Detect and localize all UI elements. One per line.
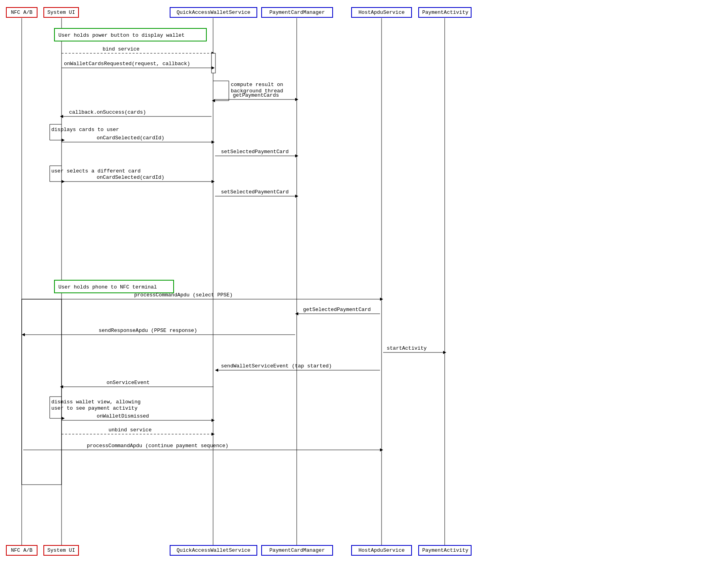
actor-nfc-bottom: NFC A/B (6, 545, 37, 556)
svg-marker-19 (295, 98, 298, 101)
svg-text:User holds phone to NFC termin: User holds phone to NFC terminal (58, 284, 157, 290)
svg-text:User holds power button to dis: User holds power button to display walle… (58, 32, 185, 38)
svg-marker-27 (211, 140, 215, 144)
svg-text:onServiceEvent: onServiceEvent (107, 380, 150, 386)
svg-marker-32 (62, 180, 65, 183)
svg-rect-11 (211, 53, 215, 73)
svg-marker-13 (211, 66, 215, 69)
svg-text:onWalletDismissed: onWalletDismissed (97, 413, 149, 419)
actor-paymentcard-bottom: PaymentCardManager (261, 545, 333, 556)
svg-text:user selects a different card: user selects a different card (51, 168, 140, 174)
actor-systemui-top: System UI (43, 7, 79, 18)
actor-nfc-top: NFC A/B (6, 7, 37, 18)
actor-paymentcard-top: PaymentCardManager (261, 7, 333, 18)
actor-hostapdu-bottom: HostApduService (351, 545, 412, 556)
actor-hostapdu-top: HostApduService (351, 7, 412, 18)
svg-marker-38 (295, 195, 298, 198)
svg-text:unbind service: unbind service (109, 427, 152, 433)
svg-text:compute result on: compute result on (231, 82, 283, 88)
svg-marker-68 (211, 433, 215, 436)
svg-rect-40 (54, 280, 174, 293)
svg-rect-6 (54, 28, 206, 41)
svg-text:onWalletCardsRequested(request: onWalletCardsRequested(request, callback… (64, 61, 190, 67)
svg-text:bind service: bind service (103, 46, 140, 52)
svg-marker-59 (60, 385, 63, 388)
svg-marker-53 (443, 351, 446, 354)
svg-rect-45 (22, 299, 62, 485)
svg-marker-47 (295, 312, 298, 315)
svg-marker-9 (211, 52, 215, 55)
sequence-diagram: User holds power button to display walle… (0, 0, 728, 562)
svg-marker-43 (380, 298, 383, 301)
actor-quickaccess-top: QuickAccessWalletService (170, 7, 257, 18)
svg-text:sendWalletServiceEvent (tap st: sendWalletServiceEvent (tap started) (221, 363, 332, 369)
actor-paymentactivity-bottom: PaymentActivity (418, 545, 472, 556)
svg-text:setSelectedPaymentCard: setSelectedPaymentCard (221, 189, 289, 195)
svg-marker-71 (380, 448, 383, 451)
actor-paymentactivity-top: PaymentActivity (418, 7, 472, 18)
svg-text:background thread: background thread (231, 88, 283, 94)
svg-text:getPaymentCards: getPaymentCards (233, 92, 279, 98)
actor-quickaccess-bottom: QuickAccessWalletService (170, 545, 257, 556)
svg-marker-30 (295, 154, 298, 157)
svg-text:user to see payment activity: user to see payment activity (51, 405, 138, 411)
actor-systemui-bottom: System UI (43, 545, 79, 556)
svg-text:callback.onSuccess(cards): callback.onSuccess(cards) (69, 109, 146, 115)
svg-text:sendResponseApdu (PPSE respons: sendResponseApdu (PPSE response) (99, 328, 197, 333)
svg-text:processCommandApdu (select PPS: processCommandApdu (select PPSE) (134, 292, 233, 298)
svg-marker-56 (215, 369, 218, 372)
svg-text:displays cards to user: displays cards to user (51, 127, 119, 133)
svg-text:processCommandApdu (continue p: processCommandApdu (continue payment seq… (87, 443, 228, 449)
svg-marker-65 (211, 419, 215, 422)
svg-text:dismiss wallet view, allowing: dismiss wallet view, allowing (51, 399, 140, 405)
svg-text:getSelectedPaymentCard: getSelectedPaymentCard (303, 307, 371, 313)
svg-text:onCardSelected(cardId): onCardSelected(cardId) (97, 135, 165, 141)
svg-marker-22 (60, 115, 63, 118)
svg-marker-61 (62, 417, 65, 420)
svg-marker-35 (211, 180, 215, 183)
svg-marker-15 (212, 99, 215, 102)
svg-marker-50 (22, 333, 25, 336)
svg-text:onCardSelected(cardId): onCardSelected(cardId) (97, 174, 165, 180)
svg-text:startActivity: startActivity (387, 345, 427, 351)
svg-marker-24 (62, 139, 65, 142)
svg-text:setSelectedPaymentCard: setSelectedPaymentCard (221, 149, 289, 155)
